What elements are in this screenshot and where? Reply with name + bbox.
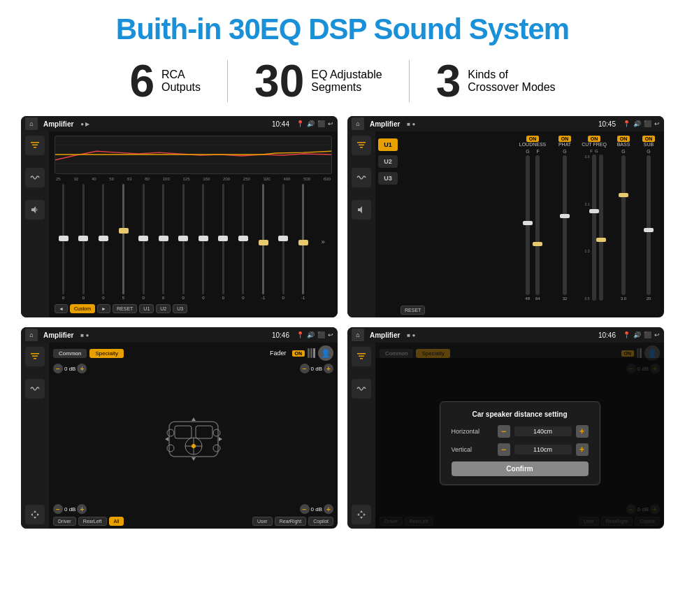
svg-rect-11 xyxy=(31,353,39,354)
eq-prev-btn[interactable]: ◄ xyxy=(55,304,68,313)
dialog-box: Car speaker distance setting Horizontal … xyxy=(440,401,600,485)
person-icon[interactable]: 👤 xyxy=(318,345,333,361)
eq-side-panel xyxy=(21,131,49,317)
dialog-home-icon[interactable]: ⌂ xyxy=(352,329,364,341)
fader-bl-plus[interactable]: + xyxy=(77,504,87,514)
crossover-back-icon[interactable]: ↩ xyxy=(654,120,660,127)
cutfreq-g-thumb[interactable] xyxy=(596,238,606,242)
eq-slider-9[interactable]: 0 xyxy=(215,184,233,300)
dialog-vertical-minus[interactable]: − xyxy=(498,443,510,456)
ch-bass-on[interactable]: ON xyxy=(617,136,630,142)
fader-arrows-btn[interactable] xyxy=(25,505,45,524)
bass-thumb[interactable] xyxy=(619,193,628,197)
eq-speaker-btn[interactable] xyxy=(25,200,45,220)
crossover-u2-btn[interactable]: U2 xyxy=(378,155,398,168)
fader-br-minus[interactable]: − xyxy=(300,504,310,514)
loudness-f-track[interactable] xyxy=(535,155,540,295)
back-icon[interactable]: ↩ xyxy=(328,120,333,127)
stat-eq-desc-line2: Segments xyxy=(311,81,382,94)
fader-bl-minus[interactable]: − xyxy=(53,504,63,514)
fader-rearright-btn[interactable]: RearRight xyxy=(275,517,307,526)
fader-wave-btn[interactable] xyxy=(25,379,45,399)
eq-slider-5[interactable]: 0 xyxy=(134,184,152,300)
ch-sub-on[interactable]: ON xyxy=(642,136,656,142)
eq-slider-3[interactable]: 0 xyxy=(94,184,113,300)
crossover-speaker-btn[interactable] xyxy=(352,200,371,220)
eq-slider-7[interactable]: 0 xyxy=(174,184,192,300)
crossover-u1-btn[interactable]: U1 xyxy=(378,138,398,151)
ch-phat-on[interactable]: ON xyxy=(558,136,572,142)
fader-back-icon[interactable]: ↩ xyxy=(328,331,333,338)
eq-status-bar: ⌂ Amplifier ● ▶ 10:44 📍 🔊 ⬛ ↩ xyxy=(21,116,338,131)
eq-wave-btn[interactable] xyxy=(25,168,45,187)
cutfreq-g-track[interactable] xyxy=(599,155,603,301)
crossover-wave-btn[interactable] xyxy=(352,168,371,187)
eq-slider-1[interactable]: 0 xyxy=(55,184,73,300)
crossover-home-icon[interactable]: ⌂ xyxy=(352,117,364,130)
eq-slider-12[interactable]: 0 xyxy=(274,184,292,300)
fader-on-badge[interactable]: ON xyxy=(292,350,305,357)
eq-expand[interactable]: » xyxy=(315,184,333,300)
fader-driver-btn[interactable]: Driver xyxy=(53,517,76,526)
fader-rearleft-btn[interactable]: RearLeft xyxy=(78,517,107,526)
eq-custom-btn[interactable]: Custom xyxy=(70,304,95,313)
ch-loudness-on[interactable]: ON xyxy=(526,136,540,142)
eq-u1-btn[interactable]: U1 xyxy=(139,304,154,313)
eq-slider-10[interactable]: 0 xyxy=(234,184,252,300)
sub-track[interactable] xyxy=(647,155,651,295)
eq-u2-btn[interactable]: U2 xyxy=(156,304,171,313)
eq-slider-11[interactable]: -1 xyxy=(254,184,273,300)
eq-slider-6[interactable]: 0 xyxy=(154,184,173,300)
bass-track[interactable] xyxy=(621,155,626,295)
crossover-u3-btn[interactable]: U3 xyxy=(378,172,398,185)
sub-thumb[interactable] xyxy=(644,228,654,232)
eq-slider-2[interactable]: 0 xyxy=(75,184,93,300)
fader-status-dots: ■ ● xyxy=(80,332,89,338)
eq-slider-4[interactable]: 5 xyxy=(115,184,133,300)
dialog-vertical-plus[interactable]: + xyxy=(576,443,589,456)
ch-cutfreq-on[interactable]: ON xyxy=(588,136,601,142)
dialog-confirm-button[interactable]: Confirm xyxy=(452,461,589,476)
eq-reset-btn[interactable]: RESET xyxy=(113,304,137,313)
loudness-g-thumb[interactable] xyxy=(523,221,533,225)
freq-320: 320 xyxy=(264,177,271,181)
fader-br-plus[interactable]: + xyxy=(324,504,333,514)
fader-specialty-tab[interactable]: Specialty xyxy=(89,349,123,358)
cutfreq-f-track[interactable] xyxy=(592,155,596,301)
fader-tr-minus[interactable]: − xyxy=(300,364,310,373)
crossover-reset-btn[interactable]: RESET xyxy=(401,306,425,315)
eq-filter-btn[interactable] xyxy=(25,136,45,155)
eq-slider-8[interactable]: 0 xyxy=(194,184,212,300)
fader-home-icon[interactable]: ⌂ xyxy=(25,329,38,341)
dialog-horizontal-plus[interactable]: + xyxy=(576,425,589,438)
dialog-horizontal-minus[interactable]: − xyxy=(498,425,510,438)
phat-track[interactable] xyxy=(563,155,567,295)
loudness-sliders[interactable] xyxy=(526,155,540,295)
eq-play-btn[interactable]: ► xyxy=(97,304,110,313)
cutfreq-f-thumb[interactable] xyxy=(589,209,599,213)
fader-user-btn[interactable]: User xyxy=(252,517,273,526)
svg-rect-33 xyxy=(357,353,366,354)
phat-thumb[interactable] xyxy=(560,214,570,218)
eq-u3-btn[interactable]: U3 xyxy=(173,304,187,313)
fader-copilot-btn[interactable]: Copilot xyxy=(308,517,333,526)
freq-200: 200 xyxy=(223,177,230,181)
fader-tl-plus[interactable]: + xyxy=(77,364,87,373)
fader-tl-minus[interactable]: − xyxy=(53,364,63,373)
svg-point-27 xyxy=(213,429,220,436)
dialog-back-icon[interactable]: ↩ xyxy=(654,331,660,338)
dialog-arrows-btn[interactable] xyxy=(352,505,371,524)
fader-all-btn[interactable]: All xyxy=(109,517,124,526)
stat-rca-desc-line2: Outputs xyxy=(161,81,201,94)
eq-slider-13[interactable]: -1 xyxy=(294,184,312,300)
loudness-f-thumb[interactable] xyxy=(533,242,542,246)
loudness-g-track[interactable] xyxy=(526,155,530,295)
dialog-wave-btn[interactable] xyxy=(352,379,371,399)
ch-phat: ON PHAT xyxy=(552,136,577,147)
crossover-filter-btn[interactable] xyxy=(352,136,371,155)
home-icon[interactable]: ⌂ xyxy=(25,117,38,130)
dialog-filter-btn[interactable] xyxy=(352,347,371,366)
fader-tr-plus[interactable]: + xyxy=(324,364,333,373)
fader-common-tab[interactable]: Common xyxy=(53,349,87,358)
fader-filter-btn[interactable] xyxy=(25,347,45,366)
